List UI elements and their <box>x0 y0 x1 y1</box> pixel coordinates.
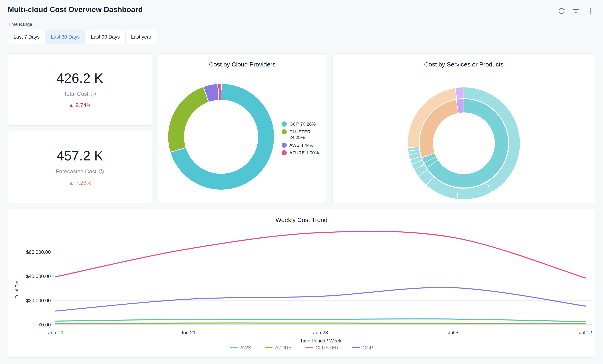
cost-by-services-card: Cost by Services or Products <box>333 53 595 203</box>
x-tick-label: Jun 21 <box>181 330 196 335</box>
page-title: Multi-cloud Cost Overview Dashboard <box>8 5 143 14</box>
legend-line-azure <box>265 347 273 348</box>
dashboard-header: Multi-cloud Cost Overview Dashboard <box>0 0 603 16</box>
weekly-cost-trend-chart[interactable]: $0.00$20,000.00$40,000.00$60,000.00Total… <box>8 225 595 344</box>
providers-donut-chart[interactable] <box>168 84 274 190</box>
trend-legend-item-azure[interactable]: AZURE <box>265 345 292 351</box>
donut-hole <box>184 100 258 174</box>
y-tick-label: $60,000.00 <box>26 249 51 255</box>
forecasted-cost-delta: ▲ 7.28% <box>68 180 91 186</box>
delta-up-icon: ▲ <box>68 102 74 109</box>
info-icon[interactable] <box>99 169 104 174</box>
x-tick-label: Jun 14 <box>48 330 63 335</box>
forecasted-cost-label: Forecasted Cost <box>56 168 104 175</box>
forecasted-cost-kpi-card: 457.2 K Forecasted Cost ▲ 7.28% <box>8 131 152 203</box>
info-icon[interactable] <box>91 91 96 97</box>
weekly-cost-trend-card: Weekly Cost Trend $0.00$20,000.00$40,000… <box>8 209 595 358</box>
sunburst-hole <box>433 112 495 174</box>
filter-icon <box>572 12 580 15</box>
legend-item-cluster[interactable]: CLUSTER 24.28% <box>282 129 325 140</box>
total-cost-delta: ▲ 9.74% <box>68 102 91 109</box>
filter-button[interactable] <box>571 7 580 16</box>
trend-line-cluster[interactable] <box>56 287 586 311</box>
y-tick-label: $40,000.00 <box>26 274 51 279</box>
time-range-option-last-7-days[interactable]: Last 7 Days <box>8 30 45 44</box>
providers-legend: GCP 70.28% CLUSTER 24.28% AWS 4.44% AZUR… <box>282 121 325 158</box>
delta-up-icon: ▲ <box>68 180 74 186</box>
x-tick-label: Jul 12 <box>579 330 592 335</box>
total-cost-kpi-card: 426.2 K Total Cost ▲ 9.74% <box>8 53 152 126</box>
total-cost-label: Total Cost <box>64 91 96 97</box>
trend-legend-item-gcp[interactable]: GCP <box>352 345 373 351</box>
time-range-option-last-90-days[interactable]: Last 90 Days <box>85 30 125 44</box>
legend-item-gcp[interactable]: GCP 70.28% <box>282 121 325 127</box>
services-chart-title: Cost by Services or Products <box>333 61 595 68</box>
legend-dot-aws <box>282 143 287 148</box>
overflow-menu-button[interactable] <box>586 7 595 16</box>
cost-by-providers-card: Cost by Cloud Providers GCP 70.28% CLUST… <box>158 53 327 203</box>
refresh-button[interactable] <box>557 7 566 16</box>
trend-legend-item-aws[interactable]: AWS <box>230 345 251 351</box>
sunburst-ring-gap <box>419 98 509 188</box>
kpi-column: 426.2 K Total Cost ▲ 9.74% 457.2 K Forec… <box>8 53 152 203</box>
legend-dot-azure <box>282 150 287 155</box>
time-range-control: Time Range Last 7 Days Last 30 Days Last… <box>0 22 603 44</box>
legend-item-aws[interactable]: AWS 4.44% <box>282 143 325 148</box>
providers-chart-title: Cost by Cloud Providers <box>158 61 326 68</box>
time-range-label: Time Range <box>8 22 595 27</box>
x-axis-title: Time Period / Week <box>300 338 341 343</box>
trend-line-gcp[interactable] <box>56 231 586 278</box>
time-range-option-last-30-days[interactable]: Last 30 Days <box>45 30 85 44</box>
time-range-button-group: Last 7 Days Last 30 Days Last 90 Days La… <box>8 30 157 44</box>
forecasted-cost-value: 457.2 K <box>57 148 103 164</box>
trend-chart-title: Weekly Cost Trend <box>8 217 595 223</box>
legend-dot-gcp <box>282 121 287 127</box>
legend-line-aws <box>230 347 238 348</box>
trend-line-azure[interactable] <box>56 323 586 324</box>
x-tick-label: Jul 5 <box>448 330 458 335</box>
dashboard-grid: 426.2 K Total Cost ▲ 9.74% 457.2 K Forec… <box>0 53 603 203</box>
header-actions <box>557 7 595 16</box>
legend-dot-cluster <box>282 129 287 134</box>
refresh-icon <box>558 12 565 15</box>
y-tick-label: $0.00 <box>38 322 51 328</box>
legend-item-azure[interactable]: AZURE 1.00% <box>282 150 325 156</box>
legend-line-cluster <box>305 347 313 348</box>
x-tick-label: Jun 28 <box>313 330 328 335</box>
sunburst-inner-ring[interactable] <box>420 99 508 188</box>
y-tick-label: $20,000.00 <box>26 298 51 303</box>
total-cost-value: 426.2 K <box>57 70 103 86</box>
y-axis-title: Total Cost <box>14 278 19 298</box>
trend-legend: AWS AZURE CLUSTER GCP <box>8 345 595 351</box>
services-sunburst-chart[interactable] <box>408 88 520 199</box>
overflow-menu-icon <box>587 12 594 15</box>
trend-legend-item-cluster[interactable]: CLUSTER <box>305 345 339 351</box>
legend-line-gcp <box>352 347 360 348</box>
trend-line-aws[interactable] <box>56 319 586 322</box>
time-range-option-last-year[interactable]: Last year <box>125 30 157 44</box>
